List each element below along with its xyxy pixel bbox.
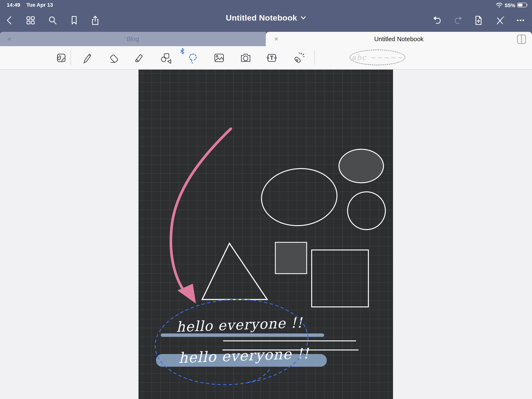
- tab-bar: × Blog × Untitled Notebook: [0, 32, 532, 46]
- filled-ellipse-shape: [339, 149, 383, 183]
- editing-mode-icon: [55, 52, 67, 64]
- laser-pointer-icon: [292, 52, 304, 64]
- toolbar-divider: [70, 50, 71, 65]
- handwriting-practice-hint: abc ~~~~~: [349, 50, 405, 65]
- split-panes-icon: [517, 34, 526, 44]
- bluetooth-icon: [180, 48, 185, 54]
- tab-untitled-notebook[interactable]: × Untitled Notebook: [266, 32, 532, 46]
- notebook-canvas[interactable]: hello everyone !! hello everyone !!: [139, 70, 393, 399]
- eraser-tool[interactable]: [108, 51, 121, 65]
- outline-square-shape: [312, 250, 368, 307]
- tab-blog[interactable]: × Blog: [0, 32, 266, 46]
- page-area: hello everyone !! hello everyone !!: [0, 70, 532, 399]
- pen-tool[interactable]: [81, 51, 94, 65]
- circle-shape: [348, 192, 385, 230]
- triangle-shape: [202, 243, 267, 299]
- svg-text:T: T: [270, 55, 274, 61]
- pen-icon: [81, 52, 93, 64]
- white-line-1: [223, 340, 356, 341]
- toolbar-divider: [314, 50, 315, 65]
- undo-icon: [432, 15, 443, 26]
- ellipsis-icon: [515, 15, 526, 26]
- shapes-tool[interactable]: [159, 51, 173, 65]
- shapes-icon: [160, 52, 172, 64]
- handwriting-line-1: hello everyone !!: [176, 315, 303, 335]
- split-view-button[interactable]: [516, 34, 527, 44]
- image-icon: [213, 52, 225, 64]
- navigation-bar: 14:49 Tue Apr 13 55%: [0, 0, 532, 32]
- chevron-down-icon: [300, 16, 306, 20]
- filled-square-shape: [275, 242, 307, 274]
- editing-mode-tool[interactable]: [54, 51, 68, 65]
- lasso-tool[interactable]: [186, 51, 199, 65]
- status-bar-left: 14:49 Tue Apr 13: [7, 2, 53, 8]
- highlighter-icon: [133, 52, 145, 64]
- redo-icon: [452, 15, 463, 26]
- eraser-icon: [109, 52, 121, 64]
- undo-button[interactable]: [431, 14, 444, 27]
- image-tool[interactable]: [212, 51, 226, 65]
- battery-percent: 55%: [505, 2, 515, 9]
- close-tab-icon[interactable]: ×: [272, 34, 281, 44]
- notebook-title[interactable]: Untitled Notebook: [226, 13, 297, 22]
- more-button[interactable]: [514, 14, 527, 27]
- stylus-crossed-icon: [494, 15, 506, 26]
- battery-icon: [517, 2, 528, 9]
- add-page-button[interactable]: [472, 14, 485, 27]
- text-tool[interactable]: T: [265, 51, 279, 65]
- camera-tool[interactable]: [239, 51, 252, 65]
- pink-arrow-stroke: [171, 129, 231, 296]
- date: Tue Apr 13: [26, 2, 53, 8]
- clock: 14:49: [7, 2, 20, 8]
- add-page-icon: [473, 15, 484, 26]
- lasso-selection-outline[interactable]: [152, 294, 311, 390]
- highlighter-tool[interactable]: [132, 51, 146, 65]
- stylus-toggle-button[interactable]: [493, 14, 507, 27]
- text-box-icon: T: [266, 52, 278, 64]
- redo-button[interactable]: [451, 14, 465, 27]
- wifi-icon: [496, 2, 503, 9]
- camera-icon: [240, 52, 252, 64]
- canvas-drawing-layer: hello everyone !! hello everyone !!: [139, 70, 393, 399]
- practice-text: abc ~~~~~: [352, 53, 403, 62]
- tools-toolbar: T abc ~~~~~: [0, 46, 532, 70]
- tab-blog-label: Blog: [0, 35, 266, 43]
- close-tab-icon[interactable]: ×: [4, 34, 14, 44]
- tab-untitled-label: Untitled Notebook: [266, 35, 532, 43]
- laser-pointer-tool[interactable]: [292, 51, 305, 65]
- large-ellipse-shape: [259, 165, 339, 229]
- lasso-icon: [186, 52, 198, 64]
- status-bar-right: 55%: [496, 2, 528, 9]
